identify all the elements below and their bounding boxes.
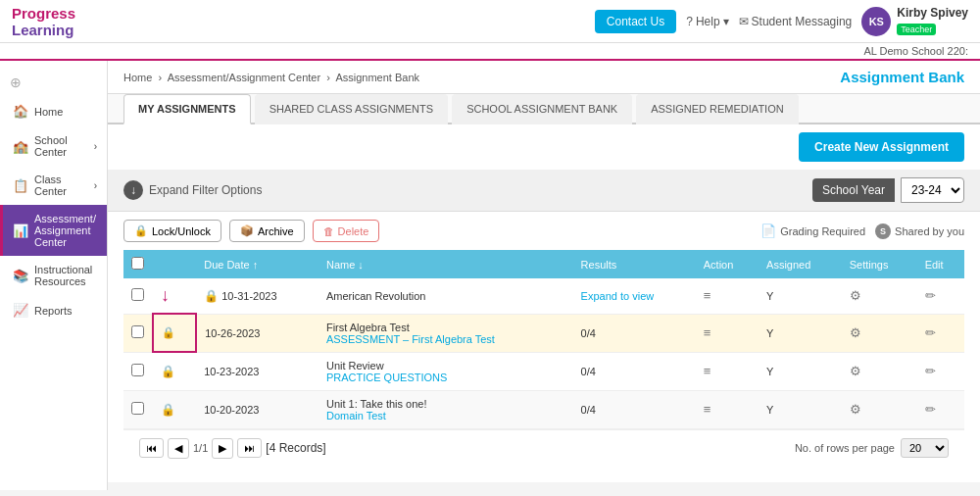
row-results: Expand to view (573, 278, 696, 314)
lock-unlock-button[interactable]: 🔒 Lock/Unlock (123, 220, 221, 242)
row-action: ≡ (696, 352, 759, 390)
action-menu-icon[interactable]: ≡ (704, 402, 711, 417)
col-arrow (153, 250, 196, 278)
archive-icon: 📦 (240, 224, 254, 237)
action-menu-icon[interactable]: ≡ (704, 364, 711, 378)
row-name: American Revolution (318, 278, 573, 314)
delete-icon: 🗑 (323, 225, 334, 237)
table-row: 🔒 10-26-2023 First Algebra Test ASSESSME… (123, 314, 964, 352)
col-name[interactable]: Name ↓ (318, 250, 573, 278)
row-due-date: 10-23-2023 (196, 352, 318, 390)
next-page-button[interactable]: ▶ (212, 438, 233, 459)
logo-learning: Learning (12, 22, 75, 38)
row-due-date: 10-20-2023 (196, 390, 318, 428)
last-page-button[interactable]: ⏭ (237, 438, 262, 458)
grading-icon: 📄 (760, 223, 776, 238)
row-edit: ✏ (917, 390, 964, 428)
sidebar-item-assessment[interactable]: 📊 Assessment/ Assignment Center (0, 205, 107, 256)
row-assigned: Y (759, 352, 842, 390)
row-action: ≡ (696, 390, 759, 428)
lock-icon: 🔒 (204, 289, 219, 303)
breadcrumb: Home › Assessment/Assignment Center › As… (123, 72, 419, 83)
settings-icon[interactable]: ⚙ (850, 325, 861, 340)
message-icon: ✉ (739, 15, 749, 28)
create-assignment-button[interactable]: Create New Assignment (799, 132, 964, 162)
chevron-right-icon: › (94, 180, 97, 191)
sidebar-expand[interactable]: ⊕ (0, 69, 107, 96)
app-header: Progress Learning Contact Us ? Help ▾ ✉ … (0, 0, 980, 43)
first-page-button[interactable]: ⏮ (139, 438, 164, 458)
main-content: Home › Assessment/Assignment Center › As… (108, 61, 980, 490)
contact-button[interactable]: Contact Us (595, 10, 676, 33)
edit-icon[interactable]: ✏ (925, 325, 936, 340)
sidebar: ⊕ 🏠 Home 🏫 School Center › 📋 Class Cente… (0, 61, 108, 490)
row-settings: ⚙ (842, 352, 917, 390)
rows-per-page-label: No. of rows per page (795, 442, 895, 454)
settings-icon[interactable]: ⚙ (850, 402, 861, 417)
row-name-link[interactable]: Domain Test (326, 410, 386, 422)
table-row: ↓ 🔒 10-31-2023 American Revolution Expan… (123, 278, 964, 314)
expand-filter[interactable]: ↓ Expand Filter Options (123, 180, 262, 200)
delete-button[interactable]: 🗑 Delete (313, 220, 380, 242)
avatar: KS (861, 7, 891, 36)
tab-school-bank[interactable]: SCHOOL ASSIGNMENT BANK (452, 94, 632, 124)
row-name-link[interactable]: PRACTICE QUESTIONS (326, 372, 447, 383)
col-checkbox (123, 250, 153, 278)
row-checkbox[interactable] (131, 325, 144, 338)
row-edit: ✏ (917, 314, 964, 352)
breadcrumb-assessment[interactable]: Assessment/Assignment Center (168, 72, 321, 83)
breadcrumb-home[interactable]: Home (123, 72, 152, 83)
action-menu-icon[interactable]: ≡ (704, 288, 711, 303)
school-year-label: School Year (812, 178, 895, 202)
action-menu-icon[interactable]: ≡ (704, 325, 711, 340)
toolbar: 🔒 Lock/Unlock 📦 Archive 🗑 Delete 📄 Gradi… (108, 212, 980, 250)
col-due-date[interactable]: Due Date ↑ (196, 250, 318, 278)
row-checkbox[interactable] (131, 288, 144, 301)
row-lock-cell: 🔒 (153, 352, 196, 390)
row-assigned: Y (759, 390, 842, 428)
col-results: Results (573, 250, 696, 278)
row-edit: ✏ (917, 352, 964, 390)
row-results: 0/4 (573, 314, 696, 352)
messaging-link[interactable]: ✉ Student Messaging (739, 15, 853, 28)
assessment-icon: 📊 (13, 223, 28, 238)
row-assigned: Y (759, 278, 842, 314)
col-settings: Settings (842, 250, 917, 278)
user-menu[interactable]: KS Kirby Spivey Teacher (861, 6, 968, 35)
row-name-link[interactable]: ASSESSMENT – First Algebra Test (326, 333, 495, 345)
home-icon: 🏠 (13, 104, 28, 119)
tab-shared-class[interactable]: SHARED CLASS ASSIGNMENTS (255, 94, 449, 124)
row-checkbox[interactable] (131, 364, 144, 376)
row-settings: ⚙ (842, 278, 917, 314)
rows-per-page-select[interactable]: 10 20 50 100 (901, 438, 949, 458)
sidebar-item-reports[interactable]: 📈 Reports (0, 295, 107, 325)
sidebar-item-label: Instructional Resources (34, 264, 97, 287)
expand-link[interactable]: Expand to view (581, 290, 655, 302)
sidebar-item-home[interactable]: 🏠 Home (0, 96, 107, 126)
reports-icon: 📈 (13, 303, 28, 318)
row-due-date: 10-26-2023 (196, 314, 318, 352)
col-edit: Edit (917, 250, 964, 278)
edit-icon[interactable]: ✏ (925, 402, 936, 417)
col-assigned: Assigned (759, 250, 842, 278)
sidebar-item-label: School Center (34, 134, 88, 158)
sidebar-item-school-center[interactable]: 🏫 School Center › (0, 126, 107, 166)
sidebar-item-instructional[interactable]: 📚 Instructional Resources (0, 256, 107, 295)
school-year-select[interactable]: 23-24 22-23 21-22 (901, 177, 964, 203)
edit-icon[interactable]: ✏ (925, 288, 936, 303)
sidebar-item-class-center[interactable]: 📋 Class Center › (0, 166, 107, 205)
assignments-table: Due Date ↑ Name ↓ Results Action Assigne… (123, 250, 964, 429)
help-link[interactable]: ? Help ▾ (686, 15, 728, 28)
settings-icon[interactable]: ⚙ (850, 288, 861, 303)
edit-icon[interactable]: ✏ (925, 364, 936, 378)
prev-page-button[interactable]: ◀ (168, 438, 189, 459)
tab-my-assignments[interactable]: MY ASSIGNMENTS (123, 94, 251, 124)
archive-button[interactable]: 📦 Archive (229, 220, 305, 242)
logo-progress: Progress (12, 5, 75, 22)
settings-icon[interactable]: ⚙ (850, 364, 861, 378)
select-all-checkbox[interactable] (131, 257, 144, 270)
row-checkbox[interactable] (131, 402, 144, 415)
row-action: ≡ (696, 314, 759, 352)
action-bar: Create New Assignment (108, 124, 980, 170)
tab-assigned-remediation[interactable]: ASSIGNED REMEDIATION (636, 94, 798, 124)
